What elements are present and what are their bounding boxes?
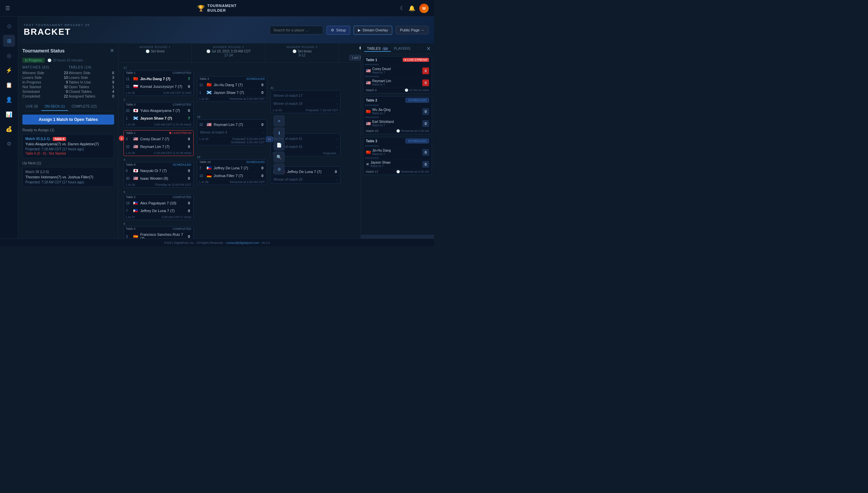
stat-t-in-use: Tables In Use9 xyxy=(69,80,114,85)
player-row: 6 🇯🇵 Naoyuki Oi 7 (7) 0 xyxy=(124,167,193,175)
toolbar-zoom-button[interactable]: ⊕ xyxy=(274,164,285,174)
round-4-header: 🕐 Set times 5-5 ($971) Last 16 All round… xyxy=(339,43,360,62)
table-card-3: Table 3 SCHEDULED 🇨🇳 Jin-Hu Dang Race to… xyxy=(363,137,432,175)
bell-icon[interactable]: 🔔 xyxy=(409,5,415,12)
footer-time: Projected... xyxy=(323,152,338,155)
player-row: 1 🏴󠁧󠁢󠁳󠁣󠁴󠁿 Jayson Shaw 7 (7) 7 xyxy=(124,114,193,122)
tab-players[interactable]: PLAYERS xyxy=(391,46,413,52)
footer-loser: L to 39 xyxy=(199,137,208,144)
footer-loser: L to 26 xyxy=(126,183,135,186)
assign-match-button[interactable]: Assign 1 Match to Open Tables xyxy=(22,114,114,125)
match-num-label: 18 xyxy=(197,115,267,119)
footer-link[interactable]: contact@digitalpool.com xyxy=(226,241,259,244)
bracket-match-2: Table 3 COMPLETED 20 🇯🇵 Yukio Akagariyam… xyxy=(124,102,194,128)
table-tag: Table 3 xyxy=(199,77,209,81)
player-row: 10 🇩🇪 Joshua Filler 7 (7) 0 xyxy=(197,172,267,180)
status-label: COMPLETED xyxy=(173,227,191,231)
bracket-col-2: Table 3 SCHEDULED 11 🇨🇳 Jin-Hu Dang 7 (7… xyxy=(195,66,269,246)
toolbar-search-button[interactable]: 🔍 xyxy=(274,152,285,162)
footer-version: - v0.2.0 xyxy=(260,241,270,244)
last-16-button[interactable]: Last 16 xyxy=(349,55,360,61)
avatar[interactable]: W xyxy=(419,4,429,13)
public-page-button[interactable]: Public Page → xyxy=(396,26,429,35)
tab-complete[interactable]: COMPLETE (22) xyxy=(68,103,100,111)
footer-time: Projected: 7:18 AM CDT xyxy=(306,109,338,112)
stat-losers-side: Losers Side10 xyxy=(22,75,68,80)
footer-time: 3:28 AM CDT (7 mins) xyxy=(161,215,191,219)
match-group-17: 17 Table 1 COMPLETED 11 🇨🇳 Jin-Hu Dan xyxy=(124,66,194,128)
clock-icon: 🕐 xyxy=(47,59,51,62)
sidebar-item-menu[interactable]: ⊙ xyxy=(3,20,15,32)
toolbar-document-button[interactable]: 📄 xyxy=(274,140,285,150)
tab-tables[interactable]: TABLES 14 xyxy=(364,46,391,52)
match-upnext-projected: Projected: 7:18 AM CDT (17 hours ago) xyxy=(25,180,111,184)
match-group-col2-19: 19 Table 10 SCHEDULED 7 🇵🇭 Jeffrey De xyxy=(197,155,267,185)
banner: TEST TOURNAMENT BRACKET 29 BRACKET ⚙ Set… xyxy=(18,17,434,43)
footer-time: 2:05 AM CDT (1 hr 25 mins) xyxy=(154,123,191,126)
sidebar-item-players[interactable]: ◎ xyxy=(3,49,15,62)
table-2-player-2: 🇺🇸 Earl Strickland Race to 7 0 xyxy=(363,119,432,128)
placeholder-row: Winner of match 20 - xyxy=(271,176,340,184)
player-row: 8 🇺🇸 Corey Deuel 7 (7) 0 xyxy=(124,135,193,143)
status-time: 🕐 20 hours 32 minutes xyxy=(47,59,83,62)
sidebar-item-user[interactable]: 👤 xyxy=(3,93,15,106)
bracket-match-col2-17: Table 3 SCHEDULED 11 🇨🇳 Jin-Hu Dang 7 (7… xyxy=(197,76,267,102)
match-ready-id: Match 33 (L2-1) - Table 6 xyxy=(25,137,111,141)
match-num: Match 17 xyxy=(366,170,378,173)
match-num-label: 19 xyxy=(197,155,267,159)
score-3: 0 xyxy=(422,108,429,115)
player-row: 32 🇺🇸 Reymart Lim 7 (7) 0 xyxy=(124,143,193,151)
stats-grid: Matches (63) Winners Side23 Losers Side1… xyxy=(22,65,114,99)
tab-ondeck[interactable]: ON DECK (1) xyxy=(41,103,68,111)
moon-icon[interactable]: ☾ xyxy=(400,5,405,12)
bracket-col-4 xyxy=(342,66,360,246)
hamburger-icon[interactable]: ☰ xyxy=(5,5,10,12)
match-num: Match 3 xyxy=(366,88,377,92)
toolbar-list-button[interactable]: ≡ xyxy=(274,115,285,126)
score-1: 0 xyxy=(422,67,429,74)
match-time: 🕐 Tomorrow at 3:29 AM xyxy=(396,170,429,173)
status-label: LIVESTREAM xyxy=(169,131,191,135)
player-row: 30 🇺🇸 Isaac Wooten (9) 0 xyxy=(124,175,193,183)
table-1-player-2: 🇺🇸 Reymart Lim Race to 7 0 xyxy=(363,78,432,87)
panel-title: Tournament Status xyxy=(22,48,65,53)
footer-time: Tomorrow at 3:29 AM CDT xyxy=(229,180,265,184)
table-tag: Table 2 xyxy=(126,195,136,199)
footer-loser: L to 50 xyxy=(273,109,282,112)
match-num-label: 5 xyxy=(124,190,194,194)
player-search-input[interactable] xyxy=(270,26,323,35)
sidebar-item-money[interactable]: 💰 xyxy=(3,123,15,135)
toolbar-download-button[interactable]: ⬇ xyxy=(274,128,285,138)
footer-loser: L to 40 xyxy=(199,97,208,101)
round-2-header: WINNER ROUND 2 🕐 Jul 18, 2021 3:29 AM CD… xyxy=(192,43,265,62)
banner-subtitle: TEST TOURNAMENT BRACKET 29 xyxy=(24,23,90,27)
footer-loser: L to 25 xyxy=(126,123,135,126)
table-tag: Table 5 xyxy=(126,227,136,231)
content-area: Tournament Status ✕ In Progress 🕐 20 hou… xyxy=(18,43,434,246)
table-3-name: Table 3 xyxy=(366,139,377,143)
right-panel-close-button[interactable]: ✕ xyxy=(426,45,431,52)
live-dot xyxy=(169,132,171,134)
stream-overlay-button[interactable]: ▶ Stream Overlay xyxy=(354,26,392,35)
sidebar-item-bracket[interactable]: ⊞ xyxy=(3,35,15,47)
bracket-match-4: Table 8 SCHEDULED 6 🇯🇵 Naoyuki Oi 7 (7) … xyxy=(124,162,194,188)
player-row: 32 🇺🇸 Reymart Lim 7 (7) 0 xyxy=(197,121,267,129)
bracket-match-5: Table 2 COMPLETED 19 🇵🇭 Alex Pagulayan 7… xyxy=(124,194,194,220)
status-row: In Progress 🕐 20 hours 32 minutes xyxy=(22,58,114,63)
panel-close-button[interactable]: ✕ xyxy=(110,47,114,54)
tab-live[interactable]: LIVE (9) xyxy=(22,103,41,111)
table-card-1: Table 1 ● LIVE STREAM 🇺🇸 Corey Deuel Rac… xyxy=(363,56,432,93)
status-tabs: LIVE (9) ON DECK (1) COMPLETE (22) xyxy=(22,103,114,111)
sidebar-item-stats[interactable]: 📊 xyxy=(3,108,15,120)
sidebar-item-settings[interactable]: ⚙ xyxy=(3,137,15,150)
table-3-player-1: 🇨🇳 Jin-Hu Dang Race to 7 0 xyxy=(363,147,432,157)
sidebar-item-calendar[interactable]: 📋 xyxy=(3,79,15,91)
player-row: 11 🇨🇳 Jin-Hu Dang 7 (7) 7 xyxy=(124,75,193,83)
match-num-label: 6 xyxy=(124,222,194,226)
sidebar-item-lightning[interactable]: ⚡ xyxy=(3,64,15,76)
status-label: SCHEDULED xyxy=(173,163,191,166)
match-num-label: 41 xyxy=(270,86,340,89)
clock-icon4: 🕐 xyxy=(359,46,360,50)
nav-left: ☰ xyxy=(5,5,10,12)
setup-button[interactable]: ⚙ Setup xyxy=(327,26,350,35)
